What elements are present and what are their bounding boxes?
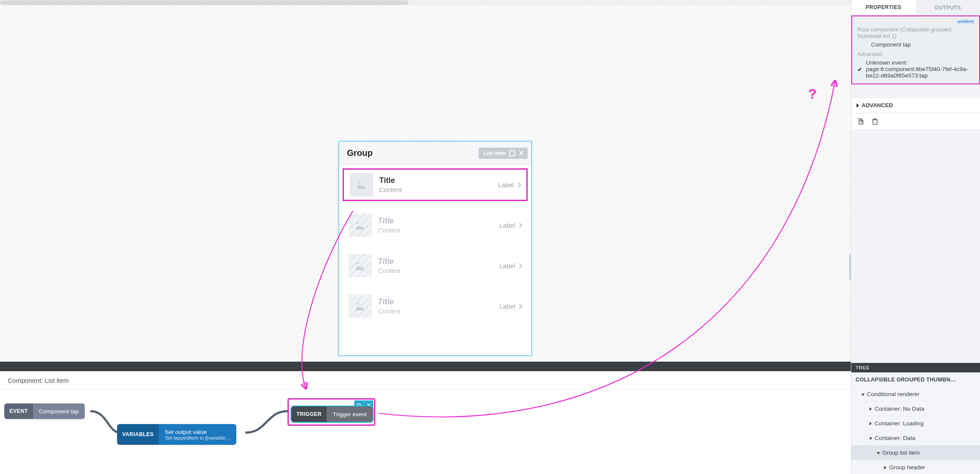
chevron-right-icon: [516, 182, 521, 188]
list-item-row[interactable]: Title Content Label: [343, 290, 528, 322]
group-header-bar: Group List item ✕: [339, 142, 531, 165]
tree-item-group-header[interactable]: Group header: [851, 460, 980, 474]
section-advanced[interactable]: ADVANCED: [851, 97, 980, 113]
panel-divider[interactable]: [0, 362, 869, 371]
row-title: Title: [379, 176, 402, 185]
flow-breadcrumb[interactable]: Component: List item: [0, 372, 869, 390]
svg-point-1: [357, 222, 359, 223]
list-item-row[interactable]: Title Content Label: [343, 249, 528, 282]
list-item-row-selected[interactable]: Title Content Label: [343, 168, 528, 201]
horizontal-scrollbar[interactable]: [0, 0, 851, 5]
list-item-pill[interactable]: List item ✕: [479, 148, 528, 159]
tree-item-group-list-item[interactable]: Group list item: [851, 446, 980, 460]
trigger-node-selected[interactable]: ⧉ ✕ TRIGGER Trigger event: [288, 398, 375, 426]
tab-outputs[interactable]: OUTPUTS: [916, 0, 980, 15]
thumbnail-placeholder-icon: [349, 214, 372, 237]
thumbnail-placeholder-icon: [349, 294, 372, 318]
chevron-right-icon: [517, 223, 522, 228]
event-label: Component tap: [39, 408, 79, 415]
thumbnail-placeholder-icon: [349, 254, 372, 277]
clipboard-icon[interactable]: [509, 150, 515, 156]
chevron-right-icon: [517, 263, 522, 269]
svg-point-0: [358, 181, 360, 183]
row-content: Content: [378, 307, 401, 315]
event-tag: EVENT: [4, 403, 33, 419]
thumbnail-placeholder-icon: [350, 173, 373, 196]
row-title: Title: [378, 217, 401, 226]
svg-point-2: [357, 262, 359, 264]
dropdown-option-unknown-event[interactable]: Unknown event: page:8:component:8be75f40…: [857, 58, 974, 80]
list-item-row[interactable]: Title Content Label: [343, 209, 528, 242]
dropdown-group-advanced: Advanced: [857, 51, 974, 57]
row-title: Title: [378, 257, 401, 266]
dropdown-group-root: Root component (Collapsible grouped thum…: [857, 26, 974, 39]
row-label: Label: [499, 222, 515, 229]
row-title: Title: [378, 297, 401, 307]
scrollbar-thumb[interactable]: [0, 0, 408, 5]
trigger-label: Trigger event: [333, 411, 367, 418]
row-label: Label: [499, 303, 515, 310]
svg-point-3: [357, 303, 359, 304]
logic-flow-panel: Component: List item EVENT Component tap…: [0, 371, 869, 474]
row-label: Label: [498, 181, 514, 189]
tree-item-container-loading[interactable]: Container: Loading: [851, 416, 980, 431]
dropdown-watermark: untitled: [957, 19, 974, 25]
tab-properties[interactable]: PROPERTIES: [851, 0, 916, 15]
action-iconbar: [851, 113, 980, 130]
dropdown-option-component-tap[interactable]: Component tap: [857, 40, 974, 49]
event-dropdown-open[interactable]: untitled Root component (Collapsible gro…: [851, 15, 980, 84]
tree-item-container-data[interactable]: Container: Data: [851, 431, 980, 446]
duplicate-icon[interactable]: [856, 118, 864, 125]
tree-item-conditional-renderer[interactable]: Conditional renderer: [851, 387, 980, 402]
row-label: Label: [499, 262, 515, 270]
tree-panel: TREE COLLAPSIBLE GROUPED THUMBN… Conditi…: [851, 363, 980, 474]
group-component-preview[interactable]: Group List item ✕ Title Content Label: [338, 141, 532, 356]
list-rows: Title Content Label Title Content Label: [339, 165, 531, 326]
trash-icon[interactable]: [871, 118, 879, 125]
tree-root[interactable]: COLLAPSIBLE GROUPED THUMBN…: [851, 372, 980, 387]
variables-sub: Set tappedItem to [[variable…: [165, 435, 230, 440]
sidebar-tabs: PROPERTIES OUTPUTS: [851, 0, 980, 15]
row-content: Content: [379, 186, 402, 193]
chevron-right-icon: [856, 103, 859, 108]
close-icon[interactable]: ✕: [519, 149, 524, 157]
row-content: Content: [378, 267, 401, 274]
annotation-question-mark: ?: [808, 86, 817, 102]
event-node[interactable]: EVENT Component tap: [4, 403, 85, 419]
tree-item-container-nodata[interactable]: Container: No Data: [851, 402, 980, 416]
chevron-right-icon: [517, 304, 522, 309]
group-title: Group: [347, 148, 373, 158]
tree-header: TREE: [851, 363, 980, 372]
pill-label: List item: [484, 150, 506, 156]
variables-node[interactable]: VARIABLES Set output value Set tappedIte…: [117, 424, 236, 445]
section-advanced-label: ADVANCED: [862, 102, 893, 108]
row-content: Content: [378, 226, 401, 234]
trigger-tag: TRIGGER: [291, 406, 327, 422]
variables-tag: VARIABLES: [117, 424, 159, 445]
properties-sidebar: PROPERTIES OUTPUTS untitled Root compone…: [851, 0, 980, 474]
variables-label: Set output value: [165, 429, 230, 435]
